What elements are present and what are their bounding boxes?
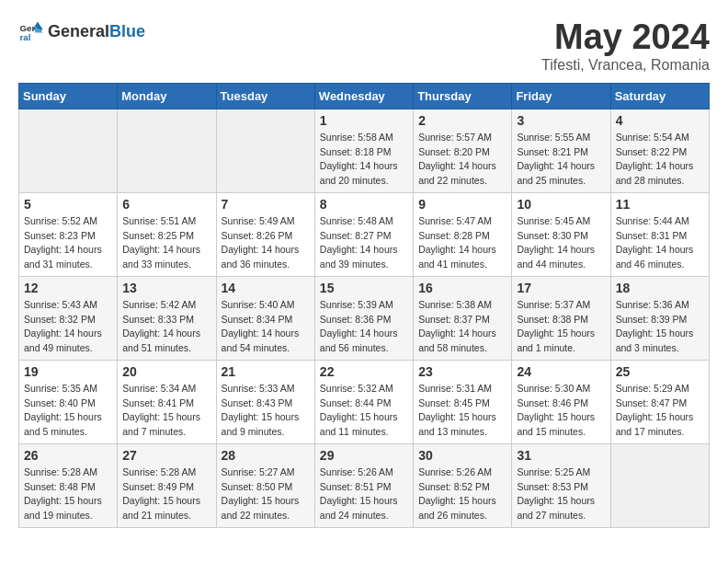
- day-number: 2: [418, 113, 506, 128]
- day-info: Sunrise: 5:37 AM Sunset: 8:38 PM Dayligh…: [517, 298, 605, 356]
- day-info: Sunrise: 5:54 AM Sunset: 8:22 PM Dayligh…: [616, 131, 704, 189]
- day-number: 5: [24, 197, 112, 212]
- calendar-cell: [118, 109, 216, 192]
- day-info: Sunrise: 5:31 AM Sunset: 8:45 PM Dayligh…: [418, 382, 506, 440]
- calendar-cell: 3Sunrise: 5:55 AM Sunset: 8:21 PM Daylig…: [512, 109, 610, 192]
- day-number: 21: [222, 364, 310, 379]
- day-number: 25: [616, 364, 704, 379]
- day-number: 3: [517, 113, 605, 128]
- day-info: Sunrise: 5:25 AM Sunset: 8:53 PM Dayligh…: [517, 465, 605, 523]
- calendar-cell: 28Sunrise: 5:27 AM Sunset: 8:50 PM Dayli…: [216, 443, 314, 527]
- logo-blue-text: Blue: [109, 22, 145, 41]
- day-number: 29: [320, 448, 408, 463]
- day-info: Sunrise: 5:44 AM Sunset: 8:31 PM Dayligh…: [616, 214, 704, 272]
- calendar-cell: 11Sunrise: 5:44 AM Sunset: 8:31 PM Dayli…: [610, 192, 709, 276]
- calendar-cell: [19, 109, 118, 192]
- location-subtitle: Tifesti, Vrancea, Romania: [541, 57, 710, 74]
- header-saturday: Saturday: [610, 83, 709, 109]
- logo-icon: Gene ral: [18, 18, 44, 44]
- day-info: Sunrise: 5:35 AM Sunset: 8:40 PM Dayligh…: [24, 382, 112, 440]
- day-number: 11: [616, 197, 704, 212]
- header-friday: Friday: [512, 83, 610, 109]
- day-info: Sunrise: 5:43 AM Sunset: 8:32 PM Dayligh…: [24, 298, 112, 356]
- day-info: Sunrise: 5:45 AM Sunset: 8:30 PM Dayligh…: [517, 214, 605, 272]
- day-number: 24: [517, 364, 605, 379]
- day-info: Sunrise: 5:34 AM Sunset: 8:41 PM Dayligh…: [122, 382, 210, 440]
- day-number: 14: [222, 281, 310, 295]
- title-block: May 2024 Tifesti, Vrancea, Romania: [541, 18, 710, 74]
- header-wednesday: Wednesday: [314, 83, 413, 109]
- day-number: 20: [122, 364, 210, 379]
- day-number: 22: [320, 364, 408, 379]
- calendar-cell: 6Sunrise: 5:51 AM Sunset: 8:25 PM Daylig…: [118, 192, 216, 276]
- day-number: 27: [122, 448, 210, 463]
- day-info: Sunrise: 5:28 AM Sunset: 8:49 PM Dayligh…: [122, 465, 210, 523]
- calendar-cell: 5Sunrise: 5:52 AM Sunset: 8:23 PM Daylig…: [19, 192, 118, 276]
- day-number: 28: [222, 448, 310, 463]
- calendar-cell: 2Sunrise: 5:57 AM Sunset: 8:20 PM Daylig…: [414, 109, 512, 192]
- day-info: Sunrise: 5:52 AM Sunset: 8:23 PM Dayligh…: [24, 214, 112, 272]
- calendar-cell: 27Sunrise: 5:28 AM Sunset: 8:49 PM Dayli…: [118, 443, 216, 527]
- calendar-cell: [610, 443, 709, 527]
- day-info: Sunrise: 5:38 AM Sunset: 8:37 PM Dayligh…: [418, 298, 506, 356]
- week-row-3: 12Sunrise: 5:43 AM Sunset: 8:32 PM Dayli…: [19, 276, 710, 360]
- calendar-table: Sunday Monday Tuesday Wednesday Thursday…: [18, 83, 710, 528]
- day-info: Sunrise: 5:57 AM Sunset: 8:20 PM Dayligh…: [418, 131, 506, 189]
- calendar-cell: 30Sunrise: 5:26 AM Sunset: 8:52 PM Dayli…: [414, 443, 512, 527]
- logo-general-text: General: [48, 22, 109, 41]
- day-number: 19: [24, 364, 112, 379]
- month-year-title: May 2024: [541, 18, 710, 57]
- header-sunday: Sunday: [19, 83, 118, 109]
- header-thursday: Thursday: [414, 83, 512, 109]
- day-number: 12: [24, 281, 112, 295]
- day-info: Sunrise: 5:32 AM Sunset: 8:44 PM Dayligh…: [320, 382, 408, 440]
- day-info: Sunrise: 5:55 AM Sunset: 8:21 PM Dayligh…: [517, 131, 605, 189]
- calendar-cell: 7Sunrise: 5:49 AM Sunset: 8:26 PM Daylig…: [216, 192, 314, 276]
- day-number: 4: [616, 113, 704, 128]
- header-tuesday: Tuesday: [216, 83, 314, 109]
- day-number: 16: [418, 281, 506, 295]
- week-row-5: 26Sunrise: 5:28 AM Sunset: 8:48 PM Dayli…: [19, 443, 710, 527]
- day-number: 13: [122, 281, 210, 295]
- week-row-4: 19Sunrise: 5:35 AM Sunset: 8:40 PM Dayli…: [19, 360, 710, 443]
- calendar-cell: 9Sunrise: 5:47 AM Sunset: 8:28 PM Daylig…: [414, 192, 512, 276]
- day-number: 8: [320, 197, 408, 212]
- week-row-1: 1Sunrise: 5:58 AM Sunset: 8:18 PM Daylig…: [19, 109, 710, 192]
- day-info: Sunrise: 5:42 AM Sunset: 8:33 PM Dayligh…: [122, 298, 210, 356]
- day-number: 15: [320, 281, 408, 295]
- calendar-cell: 4Sunrise: 5:54 AM Sunset: 8:22 PM Daylig…: [610, 109, 709, 192]
- header-monday: Monday: [118, 83, 216, 109]
- calendar-header-row: Sunday Monday Tuesday Wednesday Thursday…: [19, 83, 710, 109]
- day-number: 6: [122, 197, 210, 212]
- calendar-cell: 17Sunrise: 5:37 AM Sunset: 8:38 PM Dayli…: [512, 276, 610, 360]
- day-info: Sunrise: 5:36 AM Sunset: 8:39 PM Dayligh…: [616, 298, 704, 356]
- calendar-cell: 8Sunrise: 5:48 AM Sunset: 8:27 PM Daylig…: [314, 192, 413, 276]
- calendar-cell: 31Sunrise: 5:25 AM Sunset: 8:53 PM Dayli…: [512, 443, 610, 527]
- day-info: Sunrise: 5:33 AM Sunset: 8:43 PM Dayligh…: [222, 382, 310, 440]
- calendar-cell: 24Sunrise: 5:30 AM Sunset: 8:46 PM Dayli…: [512, 360, 610, 443]
- calendar-cell: [216, 109, 314, 192]
- day-info: Sunrise: 5:30 AM Sunset: 8:46 PM Dayligh…: [517, 382, 605, 440]
- page-header: Gene ral General Blue May 2024 Tifesti, …: [18, 18, 710, 74]
- day-info: Sunrise: 5:40 AM Sunset: 8:34 PM Dayligh…: [222, 298, 310, 356]
- calendar-cell: 1Sunrise: 5:58 AM Sunset: 8:18 PM Daylig…: [314, 109, 413, 192]
- calendar-cell: 19Sunrise: 5:35 AM Sunset: 8:40 PM Dayli…: [19, 360, 118, 443]
- day-number: 17: [517, 281, 605, 295]
- day-info: Sunrise: 5:48 AM Sunset: 8:27 PM Dayligh…: [320, 214, 408, 272]
- day-number: 1: [320, 113, 408, 128]
- calendar-cell: 12Sunrise: 5:43 AM Sunset: 8:32 PM Dayli…: [19, 276, 118, 360]
- day-info: Sunrise: 5:49 AM Sunset: 8:26 PM Dayligh…: [222, 214, 310, 272]
- day-number: 10: [517, 197, 605, 212]
- week-row-2: 5Sunrise: 5:52 AM Sunset: 8:23 PM Daylig…: [19, 192, 710, 276]
- day-info: Sunrise: 5:47 AM Sunset: 8:28 PM Dayligh…: [418, 214, 506, 272]
- calendar-cell: 21Sunrise: 5:33 AM Sunset: 8:43 PM Dayli…: [216, 360, 314, 443]
- day-number: 18: [616, 281, 704, 295]
- calendar-cell: 15Sunrise: 5:39 AM Sunset: 8:36 PM Dayli…: [314, 276, 413, 360]
- calendar-cell: 14Sunrise: 5:40 AM Sunset: 8:34 PM Dayli…: [216, 276, 314, 360]
- day-number: 30: [418, 448, 506, 463]
- calendar-cell: 10Sunrise: 5:45 AM Sunset: 8:30 PM Dayli…: [512, 192, 610, 276]
- svg-text:ral: ral: [19, 32, 30, 42]
- day-info: Sunrise: 5:29 AM Sunset: 8:47 PM Dayligh…: [616, 382, 704, 440]
- calendar-cell: 23Sunrise: 5:31 AM Sunset: 8:45 PM Dayli…: [414, 360, 512, 443]
- calendar-cell: 26Sunrise: 5:28 AM Sunset: 8:48 PM Dayli…: [19, 443, 118, 527]
